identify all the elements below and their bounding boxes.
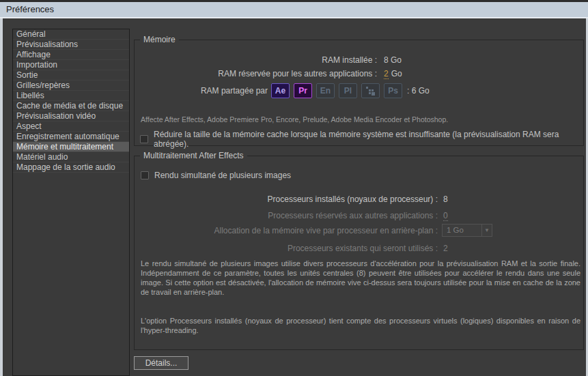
encore-icon: En — [316, 83, 335, 98]
ram-shared-row: RAM partagée par Ae Pr En Pl Ps : 6 Go — [135, 83, 430, 99]
multiprocessing-group: Multitraitement After Effects Rendu simu… — [134, 156, 584, 350]
ram-shared-label: RAM partagée par — [135, 86, 268, 96]
cpus-installed-row: Processeurs installés (noyaux de process… — [135, 194, 583, 205]
ram-reserved-value: 2Go — [384, 69, 402, 79]
title-bar[interactable]: Préférences — [0, 2, 588, 17]
sidebar-item-aspect[interactable]: Aspect — [13, 121, 129, 132]
ram-allocation-dropdown[interactable]: 1 Go ▼ — [442, 224, 492, 237]
cpus-reserved-hot-value: 0 — [443, 211, 448, 221]
cpus-used-row: Processeurs existants qui seront utilisé… — [135, 244, 583, 254]
reduce-cache-label: Réduire la taille de la mémoire cache lo… — [154, 130, 583, 149]
sidebar-item-cache-media-disque[interactable]: Cache de média et de disque — [13, 101, 129, 111]
window-left-edge — [0, 18, 3, 376]
ram-allocation-row: Allocation de la mémoire vive par proces… — [135, 226, 583, 236]
ram-installed-row: RAM installée : 8 Go — [135, 55, 583, 66]
sidebar-item-materiel-audio[interactable]: Matériel audio — [13, 152, 129, 162]
sidebar-item-enregistrement-automatique[interactable]: Enregistrement automatique — [13, 132, 129, 142]
cpus-installed-value: 8 — [443, 194, 448, 205]
sidebar-item-previsualisations[interactable]: Prévisualisations — [13, 40, 129, 50]
ram-installed-value: 8 Go — [384, 55, 402, 66]
category-list: Général Prévisualisations Affichage Impo… — [12, 29, 130, 376]
cpus-used-label: Processeurs existants qui seront utilisé… — [135, 244, 438, 254]
multiprocessing-group-title: Multitraitement After Effects — [140, 151, 247, 160]
memory-group: Mémoire RAM installée : 8 Go RAM réservé… — [134, 40, 584, 146]
cpus-used-value: 2 — [443, 244, 448, 254]
ram-allocation-label: Allocation de la mémoire vive par proces… — [135, 226, 438, 236]
after-effects-icon: Ae — [271, 83, 290, 98]
sidebar-item-importation[interactable]: Importation — [13, 60, 129, 70]
sidebar-item-grilles-reperes[interactable]: Grilles/repères — [13, 81, 129, 91]
ram-reserved-label: RAM réservée pour les autres application… — [135, 69, 377, 79]
cpus-installed-label: Processeurs installés (noyaux de process… — [135, 194, 438, 205]
window-title: Préférences — [6, 4, 54, 14]
reduce-cache-row: Réduire la taille de la mémoire cache lo… — [140, 130, 583, 149]
details-button-label: Détails... — [145, 358, 178, 368]
sidebar-item-sortie[interactable]: Sortie — [13, 70, 129, 81]
cpus-reserved-row: Processeurs réservés aux autres applicat… — [135, 211, 583, 221]
render-multiple-frames-row: Rendu simultané de plusieurs images — [141, 171, 291, 180]
sidebar-item-mappage-sortie-audio[interactable]: Mappage de la sortie audio — [13, 162, 129, 173]
ram-reserved-hot-value[interactable]: 2 — [384, 69, 389, 79]
ram-allocation-selected-value: 1 Go — [443, 225, 481, 236]
sidebar-item-memoire-multitraitement[interactable]: Mémoire et multitraitement — [13, 142, 129, 152]
ram-shared-value: : 6 Go — [407, 86, 430, 96]
cpus-reserved-label: Processeurs réservés aux autres applicat… — [135, 211, 438, 221]
affects-note: Affecte After Effects, Adobe Premiere Pr… — [141, 115, 448, 124]
reduce-cache-checkbox[interactable] — [140, 135, 148, 143]
photoshop-icon: Ps — [384, 83, 402, 98]
sidebar-item-previsualisation-video[interactable]: Prévisualisation vidéo — [13, 111, 129, 121]
chevron-down-icon: ▼ — [481, 225, 492, 236]
memory-group-title: Mémoire — [140, 35, 179, 44]
media-encoder-icon — [361, 83, 380, 98]
ram-reserved-unit: Go — [391, 69, 402, 78]
titlebar-separator — [0, 17, 588, 18]
sidebar-item-general[interactable]: Général — [13, 29, 129, 40]
cpus-reserved-value: 0 — [443, 211, 448, 221]
render-multiple-frames-checkbox[interactable] — [141, 171, 149, 179]
prelude-icon: Pl — [339, 83, 357, 98]
details-button[interactable]: Détails... — [134, 356, 188, 370]
sidebar-item-affichage[interactable]: Affichage — [13, 50, 129, 60]
hyperthreading-note-paragraph: L'option Processeurs installés (noyaux d… — [141, 316, 580, 335]
premiere-pro-icon: Pr — [294, 83, 312, 98]
sidebar-item-libelles[interactable]: Libellés — [13, 91, 129, 101]
ram-reserved-row: RAM réservée pour les autres application… — [135, 69, 583, 79]
preferences-dialog: Préférences Général Prévisualisations Af… — [0, 0, 588, 376]
ram-installed-label: RAM installée : — [135, 55, 377, 66]
render-multiple-frames-label: Rendu simultané de plusieurs images — [154, 171, 291, 180]
app-icon-strip: Ae Pr En Pl Ps — [271, 83, 402, 98]
multiprocessing-help-paragraph: Le rendu simultané de plusieurs images u… — [141, 259, 580, 297]
